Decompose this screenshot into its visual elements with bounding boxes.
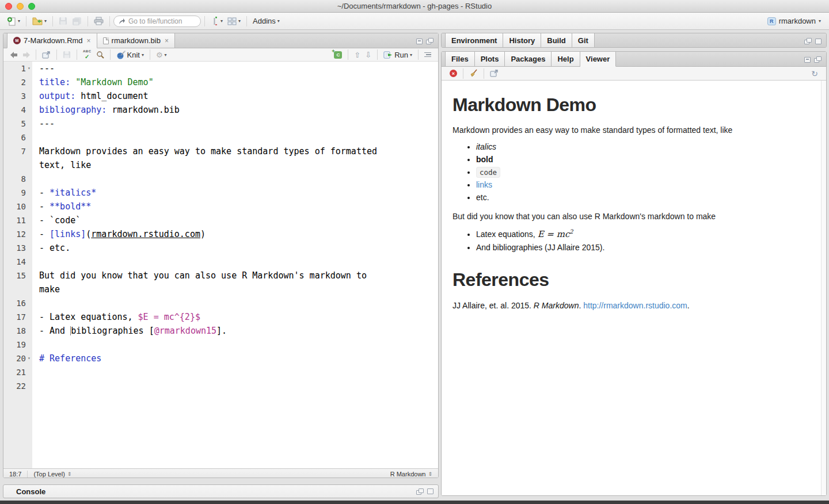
fold-arrow-icon[interactable]: ▾: [26, 62, 32, 75]
minimize-pane-icon[interactable]: [416, 39, 423, 44]
code-line[interactable]: 16: [3, 296, 438, 310]
links-link[interactable]: links: [476, 180, 492, 189]
code-line[interactable]: 3output: html_document: [3, 89, 438, 103]
version-control-button[interactable]: ▾: [208, 16, 225, 27]
feature-list: Latex equations, E = mc2 And bibliograph…: [476, 228, 809, 252]
tab-rmarkdown-bib[interactable]: rmarkdown.bib ×: [97, 33, 175, 48]
tab-build[interactable]: Build: [541, 33, 572, 48]
addins-button[interactable]: Addins ▾: [250, 16, 282, 26]
insert-chunk-button[interactable]: C: [332, 50, 344, 60]
clear-viewer-button[interactable]: ×: [447, 68, 459, 78]
tab-label: Environment: [451, 36, 497, 45]
workspace-panes-button[interactable]: ▾: [225, 16, 243, 26]
save-button[interactable]: [60, 49, 73, 60]
open-in-new-window-button[interactable]: [488, 68, 501, 78]
tab-git[interactable]: Git: [572, 33, 595, 48]
editor-statusbar: 18:7 (Top Level) ⇕ R Markdown ⇕: [3, 468, 438, 478]
maximize-pane-icon[interactable]: [814, 56, 822, 63]
close-tab-icon[interactable]: ×: [87, 37, 91, 45]
code-line[interactable]: 12- [links](rmarkdown.rstudio.com): [3, 227, 438, 241]
reference-link[interactable]: http://rmarkdown.rstudio.com: [583, 301, 687, 310]
code-line[interactable]: 19: [3, 338, 438, 352]
tab-plots[interactable]: Plots: [475, 52, 505, 66]
maximize-pane-icon[interactable]: [815, 39, 822, 44]
go-prev-section-button[interactable]: ⇧: [352, 49, 363, 60]
open-in-new-window-button[interactable]: [40, 50, 53, 60]
fold-arrow-icon[interactable]: ▾: [26, 352, 32, 365]
code-line[interactable]: 2title: "Markdown Demo": [3, 75, 438, 89]
tab-label: 7-Markdown.Rmd: [24, 36, 83, 45]
addins-label: Addins: [253, 17, 276, 25]
refresh-button[interactable]: ↻: [809, 68, 820, 79]
minimize-pane-icon[interactable]: [804, 57, 811, 63]
restore-pane-icon[interactable]: [804, 38, 812, 44]
new-file-button[interactable]: ▾: [5, 16, 22, 27]
tab-help[interactable]: Help: [552, 52, 580, 66]
close-tab-icon[interactable]: ×: [165, 37, 169, 45]
git-diff-icon: [211, 17, 219, 26]
code-editor[interactable]: 1▾---2title: "Markdown Demo"3output: htm…: [3, 62, 438, 468]
r-project-icon: R: [767, 17, 776, 25]
tab-environment[interactable]: Environment: [445, 33, 503, 48]
spellcheck-button[interactable]: ABC ✓: [81, 48, 94, 61]
tab-history[interactable]: History: [503, 33, 541, 48]
editor-rows[interactable]: 1▾---2title: "Markdown Demo"3output: htm…: [3, 62, 438, 393]
go-next-section-button[interactable]: ⇩: [363, 49, 374, 60]
code-line[interactable]: 4bibliography: rmarkdown.bib: [3, 103, 438, 117]
tab-packages[interactable]: Packages: [505, 52, 552, 66]
code-line[interactable]: 22: [3, 379, 438, 393]
code-line[interactable]: text, like: [3, 158, 438, 172]
run-button[interactable]: Run ▾: [381, 49, 414, 60]
maximize-pane-icon[interactable]: [427, 488, 433, 494]
knit-label: Knit: [127, 51, 140, 59]
code-line[interactable]: make: [3, 282, 438, 296]
knit-button[interactable]: Knit ▾: [114, 49, 146, 60]
code-line[interactable]: 21: [3, 365, 438, 379]
goto-file-search[interactable]: [113, 16, 201, 27]
line-number: 18: [3, 324, 32, 338]
tab-7-markdown-rmd[interactable]: M 7-Markdown.Rmd ×: [7, 33, 97, 48]
code-line[interactable]: 7Markdown provides an easy way to make s…: [3, 144, 438, 158]
editor-settings-button[interactable]: ⚙ ▾: [154, 49, 169, 60]
goto-file-input[interactable]: [128, 17, 192, 25]
tab-viewer[interactable]: Viewer: [580, 52, 617, 67]
restore-pane-icon[interactable]: [416, 488, 424, 495]
clear-all-button[interactable]: [467, 68, 480, 79]
viewer-scrollbar[interactable]: [821, 81, 826, 496]
code-line[interactable]: 13- etc.: [3, 241, 438, 255]
back-button[interactable]: [8, 51, 20, 59]
rerun-source-icon[interactable]: [422, 51, 433, 59]
code-line[interactable]: 10- **bold**: [3, 200, 438, 213]
code-line[interactable]: 5---: [3, 117, 438, 131]
code-line[interactable]: 15But did you know that you can also use…: [3, 269, 438, 282]
window-title: ~/Documents/rmarkdown - gh-pages - RStud…: [0, 2, 829, 10]
code-line[interactable]: 11- `code`: [3, 213, 438, 227]
code-line[interactable]: 8: [3, 172, 438, 186]
list-item-bibliography: And bibliographies (JJ Allaire 2015).: [476, 243, 809, 252]
save-button[interactable]: [56, 16, 70, 26]
code-line[interactable]: 9- *italics*: [3, 186, 438, 200]
save-all-button[interactable]: [70, 16, 84, 26]
code-line[interactable]: 1▾---: [3, 62, 438, 75]
code-line[interactable]: 6: [3, 131, 438, 144]
find-replace-button[interactable]: [94, 49, 107, 60]
run-icon: [383, 51, 393, 59]
tab-files[interactable]: Files: [445, 52, 475, 66]
filetype-selector[interactable]: R Markdown ⇕: [385, 471, 438, 478]
project-menu-button[interactable]: R rmarkdown ▾: [764, 16, 824, 26]
code-line[interactable]: 18- And bibliographies [@rmarkdown15].: [3, 324, 438, 338]
code-line[interactable]: 20▾# References: [3, 352, 438, 365]
forward-button[interactable]: [20, 51, 32, 59]
print-button[interactable]: [92, 16, 106, 26]
tab-label: History: [509, 36, 535, 45]
rendered-document: Markdown Demo Markdown provides an easy …: [442, 81, 826, 310]
line-number: 15: [3, 269, 32, 282]
save-icon: [59, 17, 67, 25]
maximize-pane-icon[interactable]: [426, 38, 433, 44]
open-file-button[interactable]: ▾: [30, 16, 49, 26]
tab-label: Git: [578, 36, 588, 45]
console-label: Console: [16, 487, 45, 496]
code-line[interactable]: 14: [3, 255, 438, 269]
code-line[interactable]: 17- Latex equations, $E = mc^{2}$: [3, 310, 438, 324]
scope-selector[interactable]: (Top Level) ⇕: [28, 471, 77, 478]
